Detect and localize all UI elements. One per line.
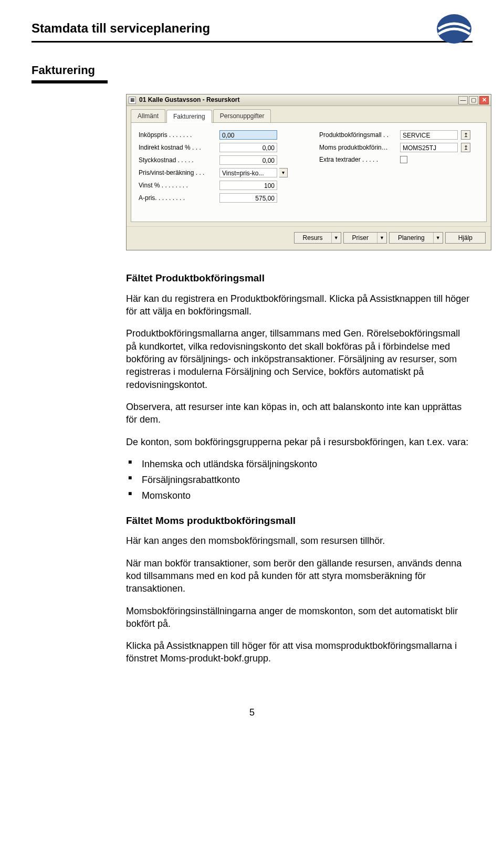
- page-number: 5: [32, 707, 472, 718]
- page-header: Stamdata till serviceplanering: [32, 21, 472, 43]
- resource-card-window: ▦ 01 Kalle Gustavsson - Resurskort — ▢ ✕…: [126, 94, 491, 250]
- planering-button[interactable]: Planering▼: [389, 232, 443, 244]
- logo-icon: [436, 13, 472, 45]
- assist-button[interactable]: ↥: [461, 130, 470, 140]
- paragraph: Här kan du registrera en Produktbokförin…: [126, 292, 472, 318]
- paragraph: Produktbokföringsmallarna anger, tillsam…: [126, 327, 472, 391]
- list-item: Momskonto: [126, 489, 472, 502]
- field-input[interactable]: Vinst=pris-ko...: [219, 168, 277, 177]
- form-row: Pris/vinst-beräkning . . .Vinst=pris-ko.…: [139, 168, 298, 177]
- button-label: Hjälp: [446, 234, 485, 242]
- resurs-button[interactable]: Resurs▼: [294, 232, 341, 244]
- field-label: Indirekt kostnad % . . .: [139, 143, 217, 152]
- form-row: Vinst % . . . . . . . .100: [139, 181, 298, 190]
- list-item: Försäljningsrabattkonto: [126, 474, 472, 486]
- close-button[interactable]: ✕: [479, 96, 489, 104]
- chevron-down-icon[interactable]: ▼: [377, 233, 386, 243]
- page-title: Stamdata till serviceplanering: [32, 21, 472, 36]
- form-row: Indirekt kostnad % . . .0,00: [139, 143, 298, 152]
- field-label: Styckkostnad . . . . .: [139, 156, 217, 164]
- tab-fakturering[interactable]: Fakturering: [166, 110, 212, 123]
- chevron-down-icon[interactable]: ▼: [433, 233, 443, 243]
- form-row: Extra textrader . . . . .: [319, 155, 479, 164]
- section-heading: Fakturering: [32, 64, 472, 83]
- paragraph: Här kan anges den momsbokföringsmall, so…: [126, 534, 472, 547]
- tab-personuppgifter[interactable]: Personuppgifter: [213, 109, 271, 122]
- maximize-button[interactable]: ▢: [469, 96, 478, 104]
- field-heading-2: Fältet Moms produktbokföringsmall: [126, 514, 472, 528]
- form-row: A-pris. . . . . . . . .575,00: [139, 193, 298, 203]
- field-label: Moms produktbokförin…: [319, 143, 398, 152]
- field-label: Pris/vinst-beräkning . . .: [139, 169, 217, 177]
- window-titlebar: ▦ 01 Kalle Gustavsson - Resurskort — ▢ ✕: [127, 94, 491, 106]
- chevron-down-icon[interactable]: ▼: [331, 233, 341, 243]
- priser-button[interactable]: Priser▼: [343, 232, 387, 244]
- field-input[interactable]: 0,00: [219, 155, 277, 165]
- button-label: Priser: [344, 234, 377, 242]
- field-input[interactable]: SERVICE: [400, 130, 458, 140]
- form-row: Produktbokföringsmall . .SERVICE↥: [319, 130, 479, 140]
- checkbox[interactable]: [400, 156, 407, 163]
- assist-button[interactable]: ↥: [461, 143, 470, 152]
- minimize-button[interactable]: —: [458, 96, 468, 104]
- field-input[interactable]: 575,00: [219, 193, 277, 203]
- field-label: Inköpspris . . . . . . .: [139, 131, 217, 139]
- form-row: Inköpspris . . . . . . .0,00: [139, 130, 298, 140]
- paragraph: När man bokför transaktioner, som berör …: [126, 557, 472, 595]
- window-icon: ▦: [129, 97, 136, 104]
- list-item: Inhemska och utländska försäljningskonto: [126, 458, 472, 470]
- field-input[interactable]: 0,00: [219, 143, 277, 152]
- hjälp-button[interactable]: Hjälp: [445, 232, 486, 244]
- field-input[interactable]: 100: [219, 181, 277, 190]
- field-heading-1: Fältet Produktbokföringsmall: [126, 271, 472, 285]
- button-label: Resurs: [295, 234, 331, 242]
- paragraph: De konton, som bokföringsgrupperna pekar…: [126, 436, 472, 448]
- field-label: Vinst % . . . . . . . .: [139, 181, 217, 190]
- field-label: Produktbokföringsmall . .: [319, 131, 398, 139]
- field-input[interactable]: 0,00: [219, 130, 277, 140]
- chevron-down-icon[interactable]: ▾: [279, 168, 288, 177]
- field-label: Extra textrader . . . . .: [319, 155, 398, 164]
- field-label: A-pris. . . . . . . . .: [139, 194, 217, 202]
- paragraph: Observera, att resurser inte kan köpas i…: [126, 401, 472, 426]
- field-input[interactable]: MOMS25TJ: [400, 143, 458, 152]
- paragraph: Momsbokföringsinställningarna anger de m…: [126, 605, 472, 630]
- tab-allmänt[interactable]: Allmänt: [131, 109, 165, 122]
- form-row: Moms produktbokförin…MOMS25TJ↥: [319, 143, 479, 152]
- button-label: Planering: [390, 234, 433, 242]
- paragraph: Klicka på Assistknappen till höger för a…: [126, 639, 472, 665]
- form-row: Styckkostnad . . . . .0,00: [139, 155, 298, 165]
- window-title: 01 Kalle Gustavsson - Resurskort: [139, 96, 239, 104]
